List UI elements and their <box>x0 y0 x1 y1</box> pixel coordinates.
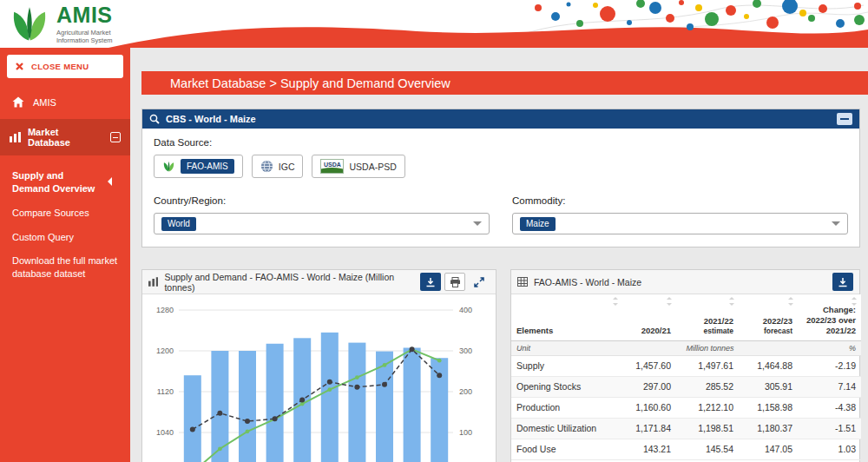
sidebar-item-download-dataset[interactable]: Download the full market database datase… <box>12 249 122 287</box>
left-axis-tick: 1040 <box>156 428 174 437</box>
chart-marker <box>382 382 387 387</box>
sidebar-item-amis[interactable]: AMIS <box>0 85 130 119</box>
chart-marker <box>327 387 332 392</box>
element-cell: Supply <box>511 355 622 376</box>
element-cell: Food Use <box>511 439 622 459</box>
value-cell: 1,212.10 <box>676 397 739 418</box>
value-cell: 1,171.84 <box>622 418 676 439</box>
download-chart-button[interactable] <box>420 273 441 291</box>
unit-percent: % <box>798 340 861 355</box>
sort-icon <box>852 297 858 306</box>
source-button-usda-psd[interactable]: USDA USDA-PSD <box>312 155 404 178</box>
sidebar-item-compare-sources[interactable]: Compare Sources <box>12 201 123 226</box>
chart-marker <box>299 397 305 402</box>
igc-label: IGC <box>279 162 295 172</box>
value-cell: 305.91 <box>739 376 798 397</box>
left-axis-tick: 1200 <box>156 346 174 355</box>
chevron-down-icon <box>473 221 482 226</box>
print-chart-button[interactable] <box>444 273 465 291</box>
table-icon <box>517 277 528 287</box>
chart-card-buttons <box>420 273 490 291</box>
chart-marker <box>355 375 359 380</box>
usda-psd-label: USDA-PSD <box>349 162 396 172</box>
current-page-arrow-icon <box>108 177 112 186</box>
value-cell: 297.00 <box>622 376 676 397</box>
chart-card-title: Supply and Demand - FAO-AMIS - World - M… <box>164 272 414 293</box>
sort-icon <box>613 297 619 306</box>
value-cell: 285.52 <box>676 376 739 397</box>
expand-chart-button[interactable] <box>469 273 490 291</box>
sidebar-item-market-database[interactable]: Market Database <box>0 119 130 155</box>
chevron-down-icon <box>832 221 840 226</box>
table-card-buttons <box>832 273 853 291</box>
country-label: Country/Region: <box>154 195 490 206</box>
chart-marker <box>437 373 442 378</box>
logo-subtitle-line1: Agricultural Market <box>56 29 113 36</box>
value-cell: 147.05 <box>739 439 798 459</box>
value-cell: 1,180.37 <box>739 418 798 439</box>
custom-query-label: Custom Query <box>12 232 74 242</box>
country-value-tag[interactable]: World <box>161 217 196 231</box>
chart-marker <box>300 402 305 406</box>
table-row: Opening Stocks297.00285.52305.917.14 <box>511 376 861 397</box>
source-button-fao-amis[interactable]: FAO-AMIS <box>154 155 243 178</box>
right-axis-tick: 200 <box>459 387 472 396</box>
supply-demand-chart: 1280400120030011202001040100 <box>144 298 487 462</box>
chart-marker <box>190 426 195 432</box>
close-menu-button[interactable]: CLOSE MENU <box>7 55 123 78</box>
chart-marker <box>354 385 359 390</box>
cbs-panel: CBS - World - Maize Data Source: FAO-AMI… <box>141 109 860 248</box>
value-cell: -4.38 <box>798 397 861 418</box>
igc-globe-icon <box>260 160 273 173</box>
right-axis-tick: 100 <box>459 428 472 437</box>
chart-icon <box>148 277 158 287</box>
amis-logo: AMIS Agricultural Market Information Sys… <box>9 4 113 45</box>
sidebar-item-custom-query[interactable]: Custom Query <box>12 226 123 250</box>
download-icon <box>425 277 436 287</box>
country-select[interactable]: World <box>154 213 490 234</box>
chart-marker <box>327 380 332 385</box>
unit-row: Unit Million tonnes % <box>511 340 861 355</box>
cbs-panel-body: Data Source: FAO-AMIS <box>142 129 859 243</box>
table-row: Production1,160.601,212.101,158.98-4.38 <box>511 397 861 418</box>
bar-chart-icon <box>10 132 21 142</box>
value-cell: 1,158.98 <box>739 397 798 418</box>
sidebar-submenu: Supply and Demand Overview Compare Sourc… <box>0 155 130 287</box>
download-table-button[interactable] <box>832 273 853 291</box>
print-icon <box>450 277 461 287</box>
commodity-field: Commodity: Maize <box>512 195 848 234</box>
commodity-value-tag[interactable]: Maize <box>520 217 556 231</box>
element-cell: Production <box>511 397 622 418</box>
right-axis-tick: 300 <box>459 346 472 355</box>
commodity-select[interactable]: Maize <box>512 213 848 234</box>
unit-label: Unit <box>511 340 622 355</box>
value-cell: -2.19 <box>798 355 861 376</box>
table-card-title: FAO-AMIS - World - Maize <box>534 277 641 287</box>
panel-collapse-button[interactable] <box>837 113 852 125</box>
logo-subtitle: Agricultural Market Information System <box>56 29 113 45</box>
download-dataset-label: Download the full market database datase… <box>12 255 117 279</box>
download-icon <box>838 277 848 287</box>
source-button-igc[interactable]: IGC <box>252 155 304 178</box>
top-header: AMIS Agricultural Market Information Sys… <box>0 0 868 48</box>
column-header-2021-22[interactable]: 2021/22estimate <box>676 294 739 340</box>
value-cell: 1.03 <box>798 439 861 459</box>
right-axis-tick: 400 <box>459 306 472 314</box>
chart-card: Supply and Demand - FAO-AMIS - World - M… <box>141 269 496 462</box>
collapse-minus-icon[interactable] <box>110 132 121 142</box>
breadcrumb-text: Market Database > Supply and Demand Over… <box>170 76 450 90</box>
decorative-graphic <box>0 0 868 48</box>
logo-title: AMIS <box>56 4 113 26</box>
chart-marker <box>246 429 250 433</box>
chart-dark-dashed-line <box>193 349 439 429</box>
close-icon <box>15 62 24 71</box>
filter-fields: Country/Region: World Commodity: Maize <box>154 195 848 234</box>
usda-logo-swoosh <box>320 168 344 173</box>
supply-demand-overview-label: Supply and Demand Overview <box>12 169 102 195</box>
amis-plant-icon <box>9 4 50 43</box>
column-header-change[interactable]: Change: 2022/23 over 2021/22 <box>798 294 861 340</box>
column-header-2020-21[interactable]: 2020/21 <box>622 294 676 340</box>
column-header-2022-23[interactable]: 2022/23forecast <box>739 294 798 340</box>
sidebar-item-supply-demand-overview[interactable]: Supply and Demand Overview <box>12 164 123 201</box>
column-header-elements[interactable]: Elements <box>511 294 622 340</box>
